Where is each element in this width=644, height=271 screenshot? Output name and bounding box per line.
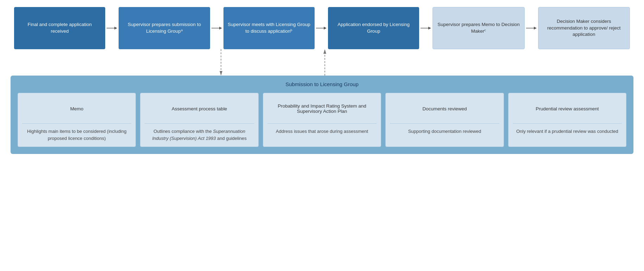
process-box-3: Supervisor meets with Licensing Group to…: [223, 7, 315, 49]
dashed-arrow-down: [218, 49, 224, 76]
sub-box-assessment-body: Outlines compliance with the Superannuat…: [145, 128, 254, 142]
top-flow-row: Final and complete application received …: [7, 7, 637, 49]
svg-marker-7: [428, 27, 431, 30]
submission-area: Submission to Licensing Group Memo Highl…: [11, 76, 633, 154]
dashed-arrows-area: [7, 49, 637, 76]
sub-box-memo-title: Memo: [22, 98, 131, 119]
svg-marker-1: [114, 27, 117, 30]
sub-box-memo: Memo Highlights main items to be conside…: [18, 93, 136, 147]
divider-4: [390, 123, 499, 124]
arrow-2-3: [210, 25, 223, 32]
sub-box-memo-body: Highlights main items to be considered (…: [22, 128, 131, 142]
sub-box-assessment-title: Assessment process table: [145, 98, 254, 119]
sub-box-documents-title: Documents reviewed: [390, 98, 499, 119]
process-box-6-label: Decision Maker considers recommendation …: [543, 18, 625, 38]
process-flow: Final and complete application received …: [11, 7, 633, 49]
divider-3: [267, 123, 377, 124]
process-box-2-label: Supervisor prepares submission to Licens…: [123, 21, 206, 35]
sub-box-documents-body: Supporting documentation reviewed: [390, 128, 499, 135]
process-box-4-label: Application endorsed by Licensing Group: [332, 21, 415, 35]
divider-5: [513, 123, 622, 124]
submission-title: Submission to Licensing Group: [18, 81, 626, 87]
sub-box-probability-title: Probability and Impact Rating System and…: [267, 98, 377, 119]
process-box-5-label: Supervisor prepares Memo to Decision Mak…: [437, 21, 520, 35]
arrow-1-2: [105, 25, 119, 32]
sub-box-probability-body: Address issues that arose during assessm…: [267, 128, 377, 135]
process-box-6: Decision Maker considers recommendation …: [538, 7, 630, 49]
sub-box-prudential-body: Only relevant if a prudential review was…: [513, 128, 622, 135]
sub-box-documents: Documents reviewed Supporting documentat…: [385, 93, 504, 147]
process-box-1: Final and complete application received: [14, 7, 105, 49]
arrow-4-5: [419, 25, 433, 32]
svg-marker-3: [219, 27, 222, 30]
svg-marker-5: [324, 27, 327, 30]
sub-boxes-row: Memo Highlights main items to be conside…: [18, 93, 626, 147]
diagram-wrapper: Final and complete application received …: [7, 7, 637, 154]
svg-marker-13: [323, 49, 326, 54]
sub-box-prudential: Prudential review assessment Only releva…: [508, 93, 626, 147]
process-box-3-label: Supervisor meets with Licensing Group to…: [228, 21, 310, 35]
sub-box-prudential-title: Prudential review assessment: [513, 98, 622, 119]
process-box-5: Supervisor prepares Memo to Decision Mak…: [433, 7, 524, 49]
sub-box-probability: Probability and Impact Rating System and…: [263, 93, 381, 147]
arrow-3-4: [315, 25, 328, 32]
process-box-2: Supervisor prepares submission to Licens…: [119, 7, 210, 49]
process-box-1-label: Final and complete application received: [18, 21, 101, 35]
divider-1: [22, 123, 131, 124]
process-box-4: Application endorsed by Licensing Group: [328, 7, 419, 49]
divider-2: [145, 123, 254, 124]
svg-marker-11: [220, 71, 222, 76]
svg-marker-9: [534, 27, 537, 30]
arrow-5-6: [525, 25, 538, 32]
sub-box-assessment: Assessment process table Outlines compli…: [140, 93, 258, 147]
dashed-arrow-up: [322, 49, 328, 76]
